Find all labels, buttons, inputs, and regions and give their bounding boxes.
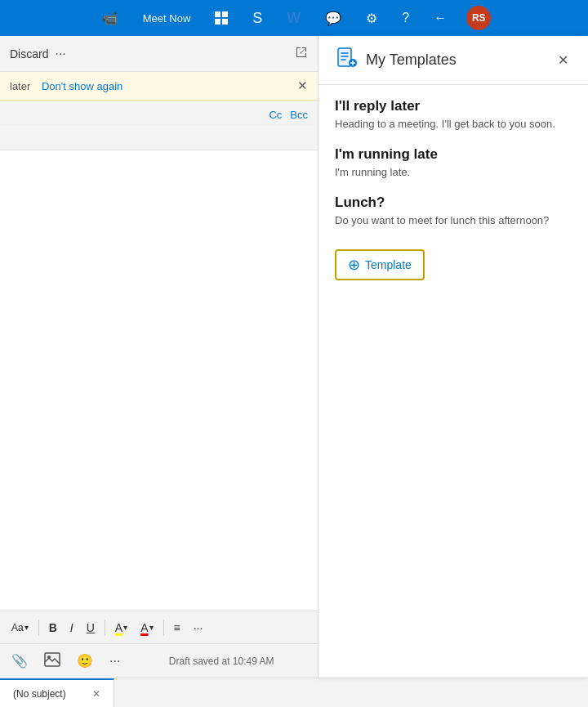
insert-image-button[interactable]: [39, 649, 65, 673]
templates-header: My Templates ✕: [318, 36, 588, 85]
top-toolbar: 📹 Meet Now S W 💬 ⚙ ? ← RS: [0, 0, 588, 36]
template-preview-running-late: I'm running late.: [335, 166, 572, 178]
to-field-row: Cc Bcc: [0, 105, 318, 125]
compose-tab-label: (No subject): [13, 688, 66, 700]
compose-fields: Cc Bcc: [0, 101, 318, 150]
draft-status: Draft saved at 10:49 AM: [131, 656, 311, 667]
discard-button[interactable]: Discard: [10, 47, 48, 60]
toolbar-divider-3: [163, 620, 164, 636]
align-button[interactable]: ≡: [169, 618, 185, 638]
add-template-label: Template: [365, 258, 412, 271]
popout-button[interactable]: [295, 46, 308, 62]
main-area: Discard ··· later Don't show again ✕ Cc: [0, 36, 588, 678]
font-color-button[interactable]: A ▾: [136, 618, 158, 638]
toolbar-divider-2: [105, 620, 105, 636]
emoji-button[interactable]: 🙂: [72, 650, 98, 672]
template-name-running-late: I'm running late: [335, 146, 572, 163]
compose-tab-close-button[interactable]: ✕: [92, 688, 100, 700]
more-attach-button[interactable]: ···: [105, 651, 125, 672]
notification-bar: later Don't show again ✕: [0, 72, 318, 101]
subject-field-row: [0, 125, 318, 145]
add-template-button[interactable]: ⊕ Template: [335, 249, 425, 280]
attach-file-button[interactable]: 📎: [7, 650, 33, 672]
template-name-reply-later: I'll reply later: [335, 98, 572, 114]
avatar[interactable]: RS: [466, 6, 491, 30]
meet-now-button[interactable]: Meet Now: [138, 9, 196, 28]
templates-close-button[interactable]: ✕: [555, 49, 572, 71]
font-selector[interactable]: Aa ▾: [7, 619, 33, 637]
word-icon[interactable]: W: [282, 7, 305, 30]
italic-button[interactable]: I: [65, 618, 78, 638]
reply-later-label: later: [10, 80, 30, 92]
more-options-button[interactable]: ···: [55, 47, 65, 61]
template-name-lunch: Lunch?: [335, 195, 572, 211]
add-template-plus-icon: ⊕: [348, 257, 360, 272]
cc-bcc-buttons: Cc Bcc: [269, 109, 308, 121]
bottom-bar: (No subject) ✕: [0, 678, 588, 707]
compose-tab[interactable]: (No subject) ✕: [0, 678, 114, 707]
dont-show-again-button[interactable]: Don't show again: [42, 80, 122, 92]
bcc-button[interactable]: Bcc: [290, 109, 308, 121]
notification-close-button[interactable]: ✕: [297, 78, 308, 93]
help-icon[interactable]: ?: [397, 7, 414, 29]
skype-icon[interactable]: S: [247, 7, 267, 30]
grid-icon[interactable]: [210, 8, 233, 28]
back-icon[interactable]: ←: [429, 7, 452, 29]
feedback-icon[interactable]: 💬: [320, 7, 346, 29]
settings-icon[interactable]: ⚙: [361, 7, 382, 29]
attachment-toolbar: 📎 🙂 ··· Draft saved at 10:49 AM: [0, 643, 318, 678]
template-item-lunch[interactable]: Lunch? Do you want to meet for lunch thi…: [335, 195, 572, 226]
templates-panel: My Templates ✕ I'll reply later Heading …: [318, 36, 588, 678]
add-template-container: ⊕ Template: [335, 243, 572, 280]
toolbar-divider-1: [38, 620, 39, 636]
meet-now-label: Meet Now: [143, 12, 191, 25]
templates-list: I'll reply later Heading to a meeting. I…: [318, 85, 588, 678]
video-icon[interactable]: 📹: [97, 7, 123, 29]
more-format-button[interactable]: ···: [189, 618, 208, 638]
template-item-running-late[interactable]: I'm running late I'm running late.: [335, 146, 572, 178]
left-panel: Discard ··· later Don't show again ✕ Cc: [0, 36, 318, 678]
cc-button[interactable]: Cc: [269, 109, 282, 121]
template-item-reply-later[interactable]: I'll reply later Heading to a meeting. I…: [335, 98, 572, 130]
compose-body[interactable]: [0, 150, 318, 611]
highlight-button[interactable]: A ▾: [110, 618, 132, 638]
template-preview-reply-later: Heading to a meeting. I'll get back to y…: [335, 118, 572, 130]
underline-button[interactable]: U: [82, 618, 100, 638]
template-preview-lunch: Do you want to meet for lunch this after…: [335, 214, 572, 226]
bold-button[interactable]: B: [44, 618, 62, 638]
subject-input[interactable]: [10, 128, 308, 141]
to-input[interactable]: [34, 109, 269, 121]
format-toolbar: Aa ▾ B I U A ▾ A ▾ ≡ ···: [0, 611, 318, 643]
templates-icon: [335, 47, 358, 74]
compose-header: Discard ···: [0, 36, 318, 72]
templates-title: My Templates: [366, 51, 555, 69]
